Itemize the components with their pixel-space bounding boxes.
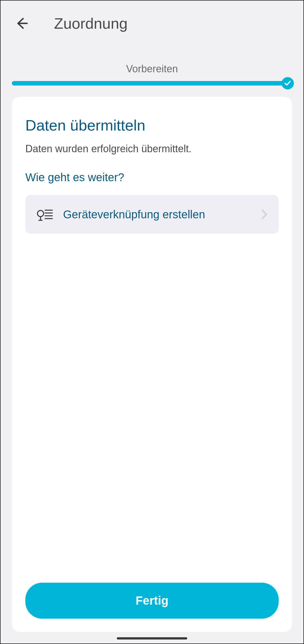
chevron-right-icon [261,209,267,220]
create-device-link-row[interactable]: Geräteverknüpfung erstellen [25,195,279,234]
stage-label: Vorbereiten [1,63,303,75]
progress-bar-wrap [1,81,303,86]
header: Zuordnung [1,1,303,41]
progress-check-icon [281,77,294,89]
home-indicator[interactable] [117,637,187,639]
action-label: Geräteverknüpfung erstellen [63,208,252,221]
card-question: Wie geht es weiter? [25,171,279,184]
back-icon[interactable] [15,16,29,30]
progress-section: Vorbereiten [1,41,303,86]
content-card: Daten übermitteln Daten wurden erfolgrei… [12,97,292,632]
progress-bar [12,81,292,86]
spacer [25,234,279,583]
page-title: Zuordnung [54,15,128,32]
svg-point-0 [37,210,44,217]
card-subtext: Daten wurden erfolgreich übermittelt. [25,143,279,155]
card-heading: Daten übermitteln [25,116,279,134]
done-button[interactable]: Fertig [25,583,279,619]
device-list-icon [37,207,53,221]
